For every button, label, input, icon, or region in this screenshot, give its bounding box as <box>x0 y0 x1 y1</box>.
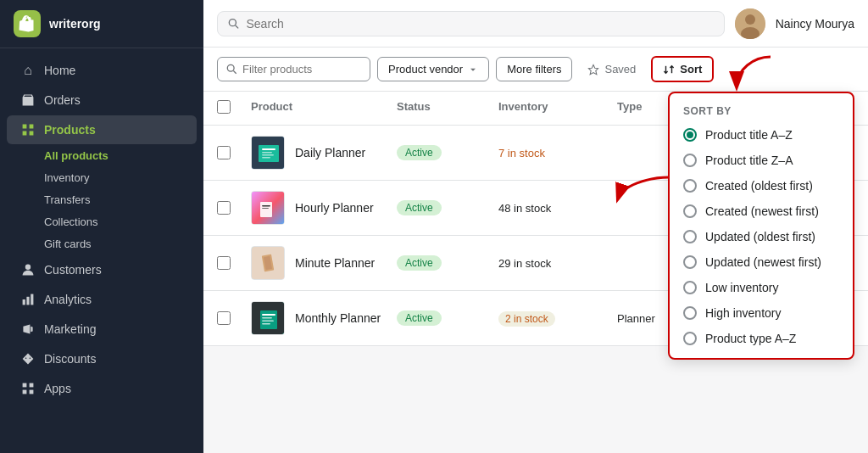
sub-nav-transfers[interactable]: Transfers <box>37 189 203 210</box>
sub-nav-all-products[interactable]: All products <box>37 145 203 166</box>
inventory-cell-minute: 29 in stock <box>498 257 617 270</box>
radio-updated-newest <box>683 255 697 269</box>
product-thumb-monthly-planner <box>251 301 285 335</box>
product-cell-minute-planner: Minute Planner <box>251 246 397 280</box>
sidebar-item-orders[interactable]: Orders <box>7 86 197 115</box>
row-4-checkbox[interactable] <box>217 311 231 325</box>
sort-option-created-oldest-label: Created (oldest first) <box>705 179 813 193</box>
sidebar-item-discounts-label: Discounts <box>44 352 96 366</box>
sort-option-created-newest[interactable]: Created (newest first) <box>670 199 853 224</box>
discounts-icon <box>20 351 36 366</box>
content-area: Product vendor More filters Saved Sort <box>203 48 868 453</box>
svg-rect-34 <box>262 317 272 319</box>
radio-title-za <box>683 154 697 167</box>
sort-button[interactable]: Sort <box>651 56 714 82</box>
sidebar-item-orders-label: Orders <box>44 93 81 107</box>
svg-rect-1 <box>23 299 25 305</box>
sort-option-low-inventory[interactable]: Low inventory <box>670 275 853 300</box>
header-checkbox-col <box>217 100 251 116</box>
svg-rect-35 <box>262 321 274 322</box>
row-checkbox-3[interactable] <box>217 256 251 270</box>
svg-rect-7 <box>30 390 34 394</box>
row-1-checkbox[interactable] <box>217 146 231 159</box>
row-2-checkbox[interactable] <box>217 201 231 215</box>
search-input[interactable] <box>246 17 713 31</box>
sort-option-high-inventory[interactable]: High inventory <box>670 300 853 326</box>
sort-option-updated-newest[interactable]: Updated (newest first) <box>670 249 853 275</box>
sidebar-item-customers[interactable]: Customers <box>7 255 197 284</box>
status-cell-minute: Active <box>397 255 498 271</box>
inventory-cell-monthly: 2 in stock <box>498 312 617 325</box>
row-checkbox-1[interactable] <box>217 146 251 159</box>
filter-products-input[interactable] <box>242 63 361 76</box>
more-filters-button[interactable]: More filters <box>496 57 572 81</box>
svg-rect-20 <box>262 148 275 150</box>
saved-button[interactable]: Saved <box>579 58 644 81</box>
radio-low-inventory <box>683 281 697 294</box>
topbar: Naincy Mourya <box>203 0 868 48</box>
svg-rect-4 <box>23 383 27 388</box>
row-3-checkbox[interactable] <box>217 256 231 270</box>
sidebar-item-analytics[interactable]: Analytics <box>7 285 197 314</box>
svg-rect-3 <box>31 294 33 305</box>
inventory-cell-daily: 7 in stock <box>498 147 617 159</box>
svg-rect-2 <box>26 297 29 305</box>
filter-search-box[interactable] <box>217 57 370 81</box>
sort-option-created-oldest[interactable]: Created (oldest first) <box>670 173 853 199</box>
product-vendor-filter-button[interactable]: Product vendor <box>377 57 489 81</box>
filter-search-icon <box>226 64 237 75</box>
sidebar-item-apps[interactable]: Apps <box>7 374 197 403</box>
sidebar-item-marketing-label: Marketing <box>44 322 96 336</box>
sidebar-item-products[interactable]: Products <box>7 115 197 144</box>
sort-option-title-za-label: Product title Z–A <box>705 154 793 167</box>
sidebar-item-discounts[interactable]: Discounts <box>7 344 197 373</box>
orders-icon <box>20 92 36 108</box>
sub-nav-collections[interactable]: Collections <box>37 211 203 232</box>
marketing-icon <box>20 322 36 337</box>
sort-option-updated-oldest[interactable]: Updated (oldest first) <box>670 224 853 249</box>
main-content: Naincy Mourya Product vendor More filter… <box>203 0 868 453</box>
product-name-daily-planner: Daily Planner <box>295 146 365 159</box>
sidebar-item-apps-label: Apps <box>44 382 71 395</box>
radio-updated-oldest <box>683 230 697 243</box>
svg-rect-19 <box>259 145 279 162</box>
sidebar: writerorg ⌂ Home Orders Products All pro… <box>0 0 203 453</box>
svg-rect-32 <box>260 310 277 329</box>
select-all-checkbox[interactable] <box>217 100 231 114</box>
sub-nav-inventory[interactable]: Inventory <box>37 167 203 188</box>
sort-option-title-az[interactable]: Product title A–Z <box>670 122 853 148</box>
row-checkbox-4[interactable] <box>217 311 251 325</box>
sidebar-item-products-label: Products <box>44 123 96 137</box>
svg-line-9 <box>236 25 238 28</box>
user-name: Naincy Mourya <box>776 17 854 31</box>
row-checkbox-2[interactable] <box>217 201 251 215</box>
product-thumb-hourly-planner <box>251 191 285 225</box>
more-filters-label: More filters <box>507 63 561 76</box>
status-cell-hourly: Active <box>397 200 498 215</box>
sort-option-title-za[interactable]: Product title Z–A <box>670 148 853 173</box>
analytics-icon <box>20 292 36 307</box>
sidebar-item-home[interactable]: ⌂ Home <box>7 56 197 85</box>
avatar <box>735 8 765 39</box>
sub-nav-gift-cards[interactable]: Gift cards <box>37 233 203 254</box>
home-icon: ⌂ <box>20 63 36 78</box>
apps-icon <box>20 381 36 396</box>
sort-option-title-az-label: Product title A–Z <box>705 128 793 142</box>
sidebar-item-marketing[interactable]: Marketing <box>7 315 197 344</box>
status-badge: Active <box>397 200 442 215</box>
customers-icon <box>20 262 36 277</box>
search-icon <box>228 18 239 30</box>
sort-option-type-az[interactable]: Product type A–Z <box>670 326 853 351</box>
sort-label: Sort <box>680 63 702 76</box>
sort-option-high-inventory-label: High inventory <box>705 306 782 320</box>
sort-option-updated-newest-label: Updated (newest first) <box>705 255 821 269</box>
svg-rect-5 <box>30 383 34 388</box>
product-thumb-minute-planner <box>251 246 285 280</box>
sort-dropdown-title: Sort by <box>670 100 853 122</box>
global-search-box[interactable] <box>217 11 725 36</box>
svg-rect-27 <box>262 208 269 209</box>
sidebar-item-home-label: Home <box>44 64 75 77</box>
status-badge: Active <box>397 310 442 326</box>
sort-dropdown: Sort by Product title A–Z Product title … <box>668 92 854 360</box>
radio-created-newest <box>683 204 697 218</box>
